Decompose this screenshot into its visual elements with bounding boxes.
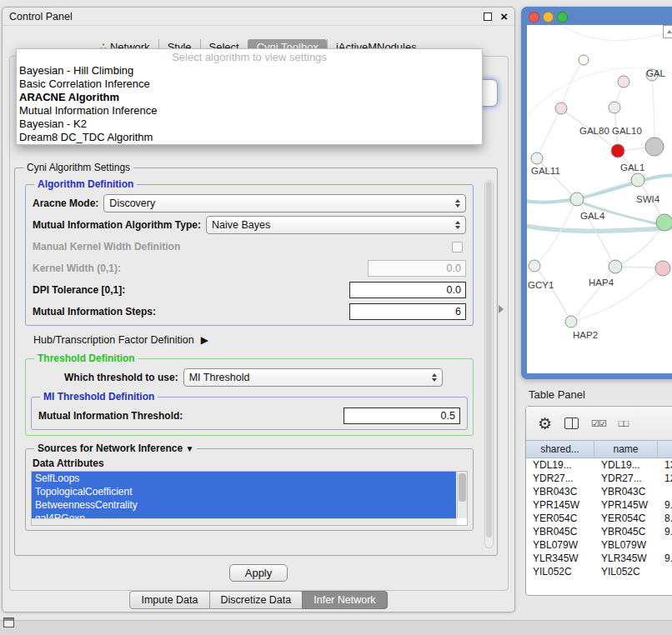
canvas-scroll-up-icon[interactable] xyxy=(663,25,672,38)
algorithm-popup-item[interactable]: Mutual Information Inference xyxy=(17,104,482,118)
table-row[interactable]: YDL19...YDL19...13 xyxy=(526,458,672,472)
which-threshold-select[interactable]: MI Threshold xyxy=(183,368,443,387)
bottom-tab-infer-network[interactable]: Infer Network xyxy=(302,591,387,609)
hub-definition-toggle[interactable]: Hub/Transcription Factor Definition ▶ xyxy=(33,334,470,346)
network-edge[interactable] xyxy=(527,225,672,231)
table-row[interactable]: YBL079WYBL079W xyxy=(526,538,672,552)
deselect-all-boxes-icon[interactable]: □□ xyxy=(619,418,628,428)
minimize-traffic-light[interactable] xyxy=(543,12,554,22)
list-horizontal-scrollbar[interactable] xyxy=(32,518,457,525)
network-node[interactable] xyxy=(570,192,584,206)
network-edge[interactable] xyxy=(571,268,663,322)
network-edge[interactable] xyxy=(571,267,615,322)
stepper-icon xyxy=(425,373,437,382)
algorithm-popup-item[interactable]: Basic Correlation Inference xyxy=(17,78,482,91)
network-edge[interactable] xyxy=(652,75,654,147)
network-node[interactable] xyxy=(579,55,589,65)
float-window-icon[interactable] xyxy=(484,12,492,21)
network-view-window: GALGAL80GAL10GAL11GAL1SWI4GAL4GCY1HAP4HA… xyxy=(521,7,672,379)
network-node[interactable] xyxy=(611,144,624,158)
table-cell: YPR145W xyxy=(526,499,594,511)
data-attribute-item[interactable]: SelfLoops xyxy=(32,472,456,485)
bottom-tab-impute-data[interactable]: Impute Data xyxy=(129,591,209,609)
algorithm-popup-item[interactable]: Bayesian - K2 xyxy=(17,118,482,131)
network-node[interactable] xyxy=(655,261,670,276)
manual-kernel-checkbox[interactable] xyxy=(452,242,463,252)
network-node[interactable] xyxy=(645,138,664,156)
aracne-mode-select[interactable]: Discovery xyxy=(103,194,466,212)
zoom-traffic-light[interactable] xyxy=(557,12,568,22)
columns-icon[interactable] xyxy=(564,418,579,429)
column-header-cut[interactable] xyxy=(658,441,672,458)
network-node[interactable] xyxy=(531,152,543,164)
network-node[interactable] xyxy=(555,102,567,114)
desktop: Control Panel × ∴NetworkStyleSelectCyni … xyxy=(0,0,672,635)
aracne-mode-value: Discovery xyxy=(109,198,155,209)
column-header-name[interactable]: name xyxy=(594,441,658,458)
bottom-tab-bar: Impute DataDiscretize DataInfer Network xyxy=(3,591,514,609)
table-cell: YBL079W xyxy=(594,539,658,551)
network-node[interactable] xyxy=(618,76,629,88)
network-edge[interactable] xyxy=(537,108,561,158)
algorithm-popup-item[interactable]: Dream8 DC_TDC Algorithm xyxy=(17,131,482,144)
column-header-shared-name[interactable]: shared... xyxy=(526,441,594,458)
aracne-mode-label: Aracne Mode: xyxy=(33,198,98,209)
mi-type-row: Mutual Information Algorithm Type: Naive… xyxy=(29,215,469,235)
data-attributes-list[interactable]: SelfLoopsTopologicalCoefficientBetweenne… xyxy=(31,471,468,526)
network-node[interactable] xyxy=(609,260,622,273)
select-all-checks-icon[interactable]: ☑☑ xyxy=(591,418,606,429)
table-cell: YBR045C xyxy=(594,526,658,538)
mi-threshold-field[interactable]: 0.5 xyxy=(344,408,460,424)
network-node[interactable] xyxy=(609,102,620,113)
mi-steps-field[interactable]: 6 xyxy=(349,303,466,320)
network-canvas-wrap[interactable]: GALGAL80GAL10GAL11GAL1SWI4GAL4GCY1HAP4HA… xyxy=(527,25,672,373)
network-edge[interactable] xyxy=(552,25,672,41)
sources-group: Sources for Network Inference ▼ Data Att… xyxy=(25,442,474,531)
table-row[interactable]: YBR043CYBR043C xyxy=(526,485,672,498)
table-row[interactable]: YLR345WYLR345W9. xyxy=(526,552,672,565)
settings-scrollbar[interactable] xyxy=(484,180,494,548)
network-edge[interactable] xyxy=(534,266,571,322)
network-node-label: HAP2 xyxy=(573,330,598,340)
kernel-width-row: Kernel Width (0,1): 0.0 xyxy=(29,258,469,278)
table-cell: YER054C xyxy=(526,512,594,524)
mi-type-select[interactable]: Naive Bayes xyxy=(206,216,466,234)
network-edge[interactable] xyxy=(537,158,577,199)
gear-icon[interactable]: ⚙ xyxy=(538,414,552,433)
threshold-definition-title: Threshold Definition xyxy=(34,352,138,364)
docked-panel-icon[interactable] xyxy=(3,618,14,628)
network-node[interactable] xyxy=(631,173,644,187)
table-row[interactable]: YIL052CYIL052C xyxy=(526,565,672,578)
network-node-label: GAL xyxy=(646,68,666,78)
network-node[interactable] xyxy=(656,214,672,231)
apply-button[interactable]: Apply xyxy=(229,564,288,582)
algorithm-popup-item[interactable]: Bayesian - Hill Climbing xyxy=(17,64,482,78)
algorithm-popup-item[interactable]: ARACNE Algorithm xyxy=(17,91,482,104)
table-row[interactable]: YER054CYER054C8. xyxy=(526,512,672,525)
sources-title[interactable]: Sources for Network Inference ▼ xyxy=(34,442,197,454)
kernel-width-field[interactable]: 0.0 xyxy=(368,260,466,277)
bottom-tab-discretize-data[interactable]: Discretize Data xyxy=(209,591,303,609)
cyni-algorithm-settings-title: Cyni Algorithm Settings xyxy=(23,162,133,173)
table-row[interactable]: YPR145WYPR145W9. xyxy=(526,498,672,512)
network-node[interactable] xyxy=(565,316,577,328)
algorithm-popup-placeholder: Select algorithm to view settings xyxy=(17,51,482,64)
close-icon[interactable]: × xyxy=(500,9,508,24)
close-traffic-light[interactable] xyxy=(529,12,539,22)
data-attribute-item[interactable]: BetweennessCentrality xyxy=(32,498,456,512)
panel-collapse-handle-icon[interactable] xyxy=(499,305,504,313)
network-edge[interactable] xyxy=(561,60,584,108)
mi-type-label: Mutual Information Algorithm Type: xyxy=(33,219,201,231)
network-canvas[interactable]: GALGAL80GAL10GAL11GAL1SWI4GAL4GCY1HAP4HA… xyxy=(527,25,672,373)
algorithm-definition-title: Algorithm Definition xyxy=(34,178,137,190)
dpi-tolerance-field[interactable]: 0.0 xyxy=(349,282,466,298)
hub-definition-label: Hub/Transcription Factor Definition xyxy=(33,334,194,346)
table-row[interactable]: YBR045CYBR045C9. xyxy=(526,525,672,538)
table-row[interactable]: YDR27...YDR27...12 xyxy=(526,472,672,485)
data-attribute-item[interactable]: TopologicalCoefficient xyxy=(32,485,456,498)
list-vertical-scrollbar[interactable] xyxy=(457,472,467,518)
network-node[interactable] xyxy=(529,260,540,272)
table-cell: 8. xyxy=(658,512,672,524)
which-threshold-value: MI Threshold xyxy=(189,372,250,383)
table-cell: YDR27... xyxy=(594,472,658,484)
